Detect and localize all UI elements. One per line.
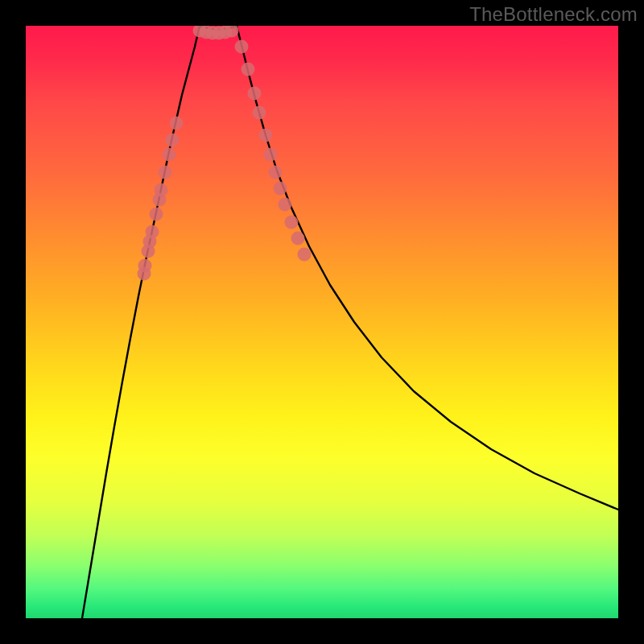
point-right-points: [248, 87, 262, 101]
point-left-points: [163, 148, 176, 162]
point-right-points: [298, 248, 312, 262]
point-right-points: [274, 182, 287, 196]
point-right-points: [291, 232, 305, 246]
watermark-text: TheBottleneck.com: [469, 3, 638, 26]
point-right-points: [269, 166, 283, 180]
v-curve: [82, 26, 618, 618]
chart-frame: TheBottleneck.com: [0, 0, 644, 644]
point-left-points: [146, 225, 159, 239]
point-right-points: [253, 106, 266, 120]
point-left-points: [159, 166, 172, 180]
point-right-points: [279, 198, 292, 212]
point-right-points: [242, 63, 255, 76]
series-left-curve: [82, 26, 200, 618]
point-left-points: [170, 117, 184, 130]
plot-area: [26, 26, 618, 618]
point-right-points: [235, 40, 249, 54]
point-right-points: [264, 148, 278, 162]
point-right-points: [259, 129, 273, 142]
point-left-points: [166, 134, 180, 147]
point-left-points: [155, 184, 168, 197]
point-right-points: [285, 216, 299, 229]
scatter-points: [138, 26, 312, 281]
curve-layer: [26, 26, 618, 618]
point-left-points: [138, 259, 152, 273]
series-right-curve: [237, 26, 618, 510]
point-left-points: [150, 208, 163, 221]
